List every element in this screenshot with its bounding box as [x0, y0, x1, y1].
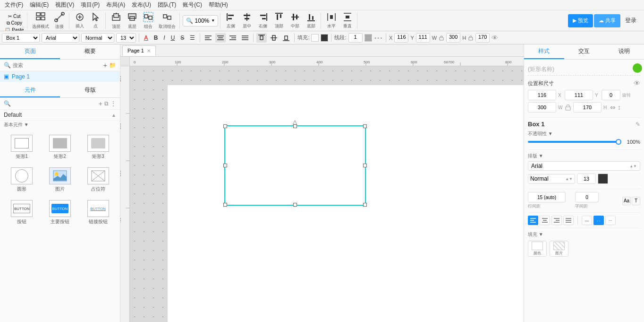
- select-mode-button[interactable]: 选择模式: [30, 13, 51, 29]
- align-left-button[interactable]: 左侧: [223, 13, 238, 29]
- font-family-selector[interactable]: Arial ▲▼: [528, 161, 640, 171]
- letter-spacing-input[interactable]: [575, 192, 599, 202]
- opacity-slider-thumb[interactable]: [616, 139, 621, 145]
- component-button[interactable]: BUTTON 按钮: [4, 197, 40, 228]
- canvas-container[interactable]: 0 100 200 300 400 500 600 68700 800: [120, 57, 524, 322]
- align-middle-button[interactable]: 中部: [288, 13, 303, 29]
- zoom-control[interactable]: 🔍 100% ▼: [183, 15, 219, 26]
- tab-style[interactable]: 样式: [524, 44, 564, 59]
- handle-top-right[interactable]: [363, 124, 367, 128]
- wh-lock-icon[interactable]: [565, 104, 571, 111]
- group-button[interactable]: 组合: [141, 13, 156, 29]
- x-input[interactable]: 116: [394, 33, 408, 43]
- underline-button[interactable]: U: [169, 33, 177, 43]
- page-search-input[interactable]: [13, 62, 102, 68]
- italic-button[interactable]: I: [161, 33, 167, 43]
- copy-button[interactable]: ⧉ Copy: [6, 20, 23, 26]
- folder-button[interactable]: 📁: [109, 62, 116, 69]
- fill-color-option[interactable]: 颜色: [528, 241, 547, 257]
- text-align-left-btn[interactable]: [528, 216, 538, 225]
- h-pos-input[interactable]: [573, 102, 602, 113]
- text-align-left-button[interactable]: [203, 33, 213, 43]
- page-item-1[interactable]: ▣ Page 1: [0, 71, 120, 82]
- menu-layout[interactable]: 布局(A): [103, 0, 128, 10]
- text-align-center-btn[interactable]: [540, 216, 550, 225]
- fill-color-swatch[interactable]: [311, 34, 319, 42]
- rotation-input[interactable]: [602, 90, 620, 100]
- font-select[interactable]: Arial: [42, 33, 79, 43]
- canvas-tab-close[interactable]: ✕: [147, 48, 151, 53]
- line-height-input[interactable]: [528, 192, 566, 202]
- wh-collapse-icon[interactable]: ↕: [618, 104, 621, 111]
- bold-button[interactable]: B: [152, 33, 160, 43]
- canvas-inner[interactable]: △: [130, 66, 524, 322]
- handle-bottom-right[interactable]: [363, 203, 367, 207]
- align-top-button[interactable]: 顶部: [271, 13, 287, 29]
- component-primary-button[interactable]: BUTTON 主要按钮: [42, 197, 78, 228]
- y-pos-input[interactable]: [565, 90, 593, 100]
- handle-bottom-left[interactable]: [223, 203, 227, 207]
- insert-button[interactable]: 插入: [72, 13, 87, 29]
- tab-masters[interactable]: 母版: [60, 84, 120, 97]
- component-rect3[interactable]: 矩形3: [80, 132, 116, 163]
- bottom-layer-button[interactable]: 底层: [125, 13, 140, 29]
- tab-outline[interactable]: 概要: [60, 44, 120, 59]
- line-width-input[interactable]: 1: [348, 33, 363, 43]
- x-pos-input[interactable]: [528, 90, 556, 100]
- menu-help[interactable]: 帮助(H): [206, 0, 231, 10]
- cut-button[interactable]: ✂ Cut: [7, 13, 22, 19]
- component-link-button[interactable]: BUTTON 链接按钮: [80, 197, 116, 228]
- tab-pages[interactable]: 页面: [0, 44, 60, 59]
- box-name-edit-icon[interactable]: ✎: [636, 121, 640, 128]
- vertical-align-bottom-button[interactable]: [281, 33, 291, 43]
- paste-button[interactable]: 📋 Paste: [4, 27, 25, 32]
- component-rect2[interactable]: 矩形2: [42, 132, 78, 163]
- handle-top-center[interactable]: [293, 124, 297, 128]
- font-color-button[interactable]: A: [142, 33, 150, 43]
- h-input[interactable]: 170: [475, 33, 490, 43]
- menu-team[interactable]: 团队(T): [155, 0, 179, 10]
- text-caps-button[interactable]: Aa: [622, 197, 631, 205]
- opacity-slider-track[interactable]: [528, 141, 621, 143]
- menu-edit[interactable]: 编辑(E): [27, 0, 51, 10]
- text-transform-button[interactable]: T: [632, 197, 640, 205]
- font-size-select[interactable]: 13: [116, 33, 136, 43]
- element-name-select[interactable]: Box 1: [2, 33, 40, 43]
- font-style-select[interactable]: Normal: [81, 33, 114, 43]
- canvas-tab-page1[interactable]: Page 1 ✕: [122, 45, 156, 56]
- comp-add-button[interactable]: +: [99, 100, 102, 107]
- distribute-h-button[interactable]: 水平: [324, 13, 339, 29]
- align-right-button[interactable]: 右侧: [255, 13, 271, 29]
- line-solid-btn[interactable]: —: [582, 216, 592, 225]
- text-align-center-button[interactable]: [215, 33, 226, 43]
- component-rect1[interactable]: 矩形1: [4, 132, 40, 163]
- text-align-justify-button[interactable]: [240, 33, 250, 43]
- h-lock-icon[interactable]: [468, 35, 474, 41]
- distribute-v-button[interactable]: 垂直: [340, 13, 355, 29]
- fill-image-option[interactable]: 图片: [550, 241, 568, 257]
- menu-view[interactable]: 视图(V): [52, 0, 77, 10]
- strikethrough-button[interactable]: S: [178, 33, 186, 43]
- line-style-button[interactable]: - - -: [374, 34, 383, 41]
- ungroup-button[interactable]: 取消组合: [157, 13, 178, 29]
- tab-interaction[interactable]: 交互: [564, 44, 604, 59]
- w-lock-icon[interactable]: [439, 35, 444, 41]
- selected-box[interactable]: △: [224, 125, 366, 206]
- list-button[interactable]: ☰: [188, 33, 197, 43]
- menu-publish[interactable]: 发布(U): [129, 0, 154, 10]
- preview-button[interactable]: ▶ 预览: [568, 14, 593, 27]
- point-button[interactable]: 点: [88, 13, 103, 29]
- component-image[interactable]: 图片: [42, 165, 78, 195]
- menu-account[interactable]: 账号(C): [180, 0, 205, 10]
- handle-middle-left[interactable]: [223, 164, 227, 167]
- menu-file[interactable]: 文件(F): [2, 0, 26, 10]
- align-bottom-button[interactable]: 底部: [304, 13, 319, 29]
- share-button[interactable]: ☁ 共享: [594, 14, 620, 27]
- tab-components[interactable]: 元件: [0, 84, 60, 97]
- handle-top-left[interactable]: [223, 124, 227, 128]
- comp-more-button[interactable]: ⋮: [110, 100, 116, 107]
- component-circle[interactable]: 圆形: [4, 165, 40, 195]
- font-size-input[interactable]: [577, 174, 596, 184]
- handle-bottom-center[interactable]: [293, 203, 297, 207]
- line-dashed-btn[interactable]: - -: [593, 216, 604, 225]
